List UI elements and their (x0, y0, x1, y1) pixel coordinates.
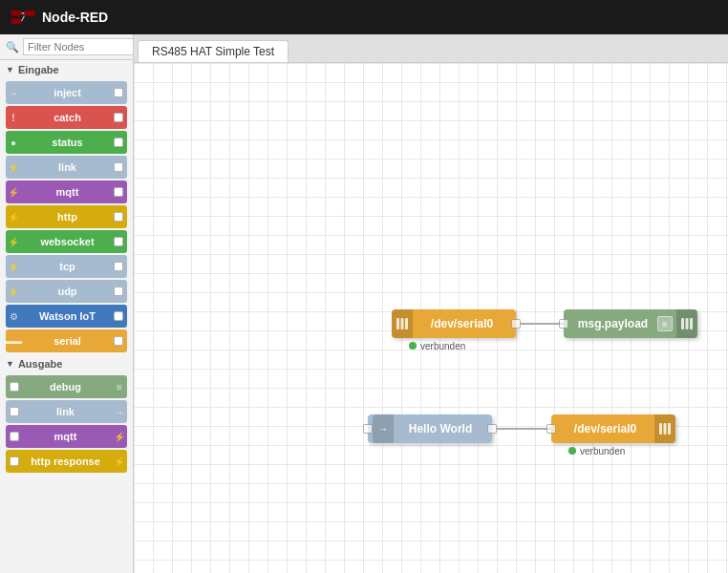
serial-in-status-dot (409, 342, 417, 350)
link-port-right (114, 162, 123, 172)
udp-label: udp (21, 286, 114, 297)
mqtt-out-icon: ⚡ (112, 429, 127, 444)
content-area: RS485 HAT Simple Test /dev/seri (134, 34, 728, 573)
sidebar: 🔍 ▼ Eingabe → inject ! catch (0, 34, 134, 573)
serial-port-right (114, 336, 123, 346)
search-icon: 🔍 (6, 41, 19, 53)
serial-icon: ▬▬ (6, 333, 21, 349)
sidebar-item-status[interactable]: ● status (6, 131, 127, 154)
flow-node-hello-world[interactable]: → Hello World (368, 414, 492, 443)
mqtt-port-right (114, 187, 123, 197)
sidebar-item-debug[interactable]: debug ≡ (6, 375, 127, 398)
watson-iot-label: Watson IoT (21, 310, 114, 322)
main-layout: 🔍 ▼ Eingabe → inject ! catch (0, 34, 728, 573)
serial-in-icon (392, 309, 413, 338)
inject-icon: → (6, 85, 21, 100)
category-eingabe[interactable]: ▼ Eingabe (0, 60, 133, 79)
flow-node-msg-payload[interactable]: msg.payload ≡ (564, 309, 697, 338)
msg-payload-port-left (559, 319, 568, 329)
flow-canvas[interactable]: /dev/serial0 verbunden msg.payload ≡ (134, 63, 728, 573)
tcp-label: tcp (21, 261, 114, 272)
debug-port-left (10, 382, 19, 392)
mqtt-label: mqtt (21, 186, 114, 198)
topbar: Node-RED (0, 0, 728, 34)
hello-world-port-left (363, 424, 373, 434)
http-icon: ⚡ (6, 209, 21, 224)
websocket-port-right (114, 237, 123, 246)
http-label: http (21, 211, 114, 223)
flow-node-serial-out[interactable]: /dev/serial0 verbunden (551, 414, 675, 443)
svg-rect-8 (681, 318, 684, 329)
serial-label: serial (21, 335, 114, 347)
catch-label: catch (21, 112, 114, 123)
svg-rect-3 (11, 18, 21, 24)
svg-rect-12 (664, 423, 667, 435)
msg-payload-icon (676, 309, 697, 338)
http-port-right (114, 212, 123, 222)
sidebar-item-link[interactable]: ⚡ link (6, 156, 127, 179)
sidebar-item-mqtt-out[interactable]: mqtt ⚡ (6, 425, 127, 448)
msg-payload-label: msg.payload (568, 317, 657, 330)
svg-rect-5 (396, 318, 399, 329)
inject-port-right (114, 88, 123, 97)
sidebar-item-serial[interactable]: ▬▬ serial (6, 329, 127, 352)
udp-port-right (114, 286, 123, 296)
hello-world-icon: → (373, 414, 394, 443)
app-title: Node-RED (42, 10, 108, 25)
link-out-icon: → (112, 404, 127, 419)
sidebar-item-websocket[interactable]: ⚡ websocket (6, 230, 127, 253)
flow-node-serial-in[interactable]: /dev/serial0 verbunden (392, 309, 516, 338)
svg-line-4 (22, 16, 25, 22)
serial-out-port-left (546, 424, 556, 434)
sidebar-item-http[interactable]: ⚡ http (6, 205, 127, 228)
hello-world-label: Hello World (394, 422, 487, 435)
debug-label: debug (19, 381, 112, 393)
sidebar-item-tcp[interactable]: ⚡ tcp (6, 255, 127, 278)
catch-port-right (114, 113, 123, 122)
link-out-port-left (10, 407, 19, 416)
chevron-down-icon-2: ▼ (6, 359, 14, 369)
svg-rect-9 (686, 318, 689, 329)
tab-bar: RS485 HAT Simple Test (134, 34, 728, 63)
sidebar-item-mqtt[interactable]: ⚡ mqtt (6, 180, 127, 203)
status-icon: ● (6, 135, 21, 150)
tab-rs485[interactable]: RS485 HAT Simple Test (138, 40, 289, 62)
svg-rect-6 (401, 318, 404, 329)
serial-out-status-dot (568, 447, 576, 455)
svg-rect-7 (405, 318, 408, 329)
msg-payload-options[interactable]: ≡ (657, 316, 673, 331)
websocket-label: websocket (21, 236, 114, 247)
app-logo: Node-RED (10, 8, 108, 27)
link-out-label: link (19, 406, 112, 417)
http-response-port-left (10, 456, 19, 466)
sidebar-item-udp[interactable]: ⚡ udp (6, 280, 127, 303)
logo-icon (10, 8, 36, 27)
mqtt-out-port-left (10, 432, 19, 441)
serial-out-icon (654, 414, 675, 443)
svg-rect-13 (668, 423, 671, 435)
status-port-right (114, 138, 123, 147)
watson-iot-icon: ⚙ (6, 308, 21, 324)
tcp-icon: ⚡ (6, 259, 21, 274)
category-ausgabe-label: Ausgabe (18, 358, 62, 370)
udp-icon: ⚡ (6, 284, 21, 299)
svg-rect-1 (24, 11, 34, 16)
serial-out-label: /dev/serial0 (556, 422, 654, 435)
sidebar-item-watson-iot[interactable]: ⚙ Watson IoT (6, 305, 127, 328)
tcp-port-right (114, 262, 123, 271)
sidebar-item-http-response[interactable]: http response ⚡ (6, 450, 127, 473)
status-label: status (21, 137, 114, 148)
filter-nodes-input[interactable] (23, 38, 134, 55)
sidebar-item-inject[interactable]: → inject (6, 81, 127, 104)
hello-world-port-right (487, 424, 497, 434)
sidebar-item-link-out[interactable]: link → (6, 400, 127, 423)
sidebar-item-catch[interactable]: ! catch (6, 106, 127, 129)
link-label: link (21, 161, 114, 173)
http-response-icon: ⚡ (112, 454, 127, 469)
link-icon: ⚡ (6, 159, 21, 175)
svg-rect-0 (11, 11, 21, 16)
serial-in-status-text: verbunden (420, 341, 465, 351)
filter-bar: 🔍 (0, 34, 133, 60)
category-ausgabe[interactable]: ▼ Ausgabe (0, 354, 133, 373)
mqtt-icon: ⚡ (6, 184, 21, 200)
